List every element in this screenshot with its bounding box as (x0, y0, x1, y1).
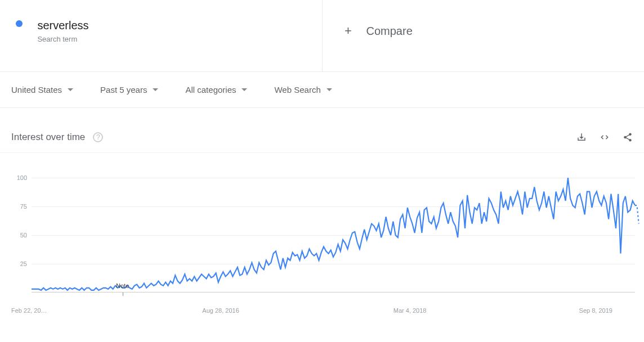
filter-search-type[interactable]: Web Search (274, 85, 332, 94)
chevron-down-icon (68, 88, 73, 91)
filter-time[interactable]: Past 5 years (100, 85, 158, 94)
note-tick (123, 292, 123, 296)
download-icon[interactable] (576, 132, 587, 142)
chevron-down-icon (242, 88, 247, 91)
plus-icon: + (343, 24, 354, 38)
y-tick-label: 50 (20, 232, 27, 238)
section-title: Interest over time (11, 132, 85, 143)
x-tick-label: Sep 8, 2019 (579, 307, 612, 314)
section-header: Interest over time ? (0, 122, 644, 153)
chart-actions (576, 132, 633, 142)
y-tick-label: 100 (17, 174, 27, 181)
x-tick-label: Feb 22, 20… (11, 307, 47, 314)
plot-area: Note (32, 172, 635, 292)
y-axis: 255075100 (10, 172, 27, 292)
y-tick-label: 75 (20, 203, 27, 210)
chevron-down-icon (327, 88, 332, 91)
series-line-projection (635, 205, 639, 224)
filter-region[interactable]: United States (11, 85, 73, 94)
filter-category-label: All categories (185, 85, 236, 94)
compare-button[interactable]: + Compare (343, 24, 645, 38)
compare-panel: + Compare (323, 0, 645, 71)
help-icon[interactable]: ? (93, 132, 103, 142)
chart-line-svg (32, 172, 635, 292)
filter-bar: United States Past 5 years All categorie… (0, 72, 644, 108)
header: serverless Search term + Compare (0, 0, 644, 72)
compare-label: Compare (366, 25, 413, 38)
x-tick-label: Aug 28, 2016 (202, 307, 239, 314)
x-tick-label: Mar 4, 2018 (393, 307, 427, 314)
filter-time-label: Past 5 years (100, 85, 147, 94)
search-term-panel[interactable]: serverless Search term (0, 0, 323, 71)
series-line (32, 178, 635, 290)
section-title-wrap: Interest over time ? (11, 132, 103, 143)
note-annotation[interactable]: Note (116, 282, 129, 289)
chevron-down-icon (153, 88, 158, 91)
filter-region-label: United States (11, 85, 62, 94)
filter-category[interactable]: All categories (185, 85, 247, 94)
search-term: serverless (37, 19, 88, 32)
chart: 255075100 Note Feb 22, 20…Aug 28, 2016Ma… (0, 153, 644, 320)
filter-search-type-label: Web Search (274, 85, 320, 94)
y-tick-label: 25 (20, 260, 27, 267)
series-color-dot (16, 20, 23, 27)
embed-icon[interactable] (599, 132, 610, 142)
share-icon[interactable] (623, 132, 633, 142)
search-term-subtitle: Search term (37, 35, 88, 43)
